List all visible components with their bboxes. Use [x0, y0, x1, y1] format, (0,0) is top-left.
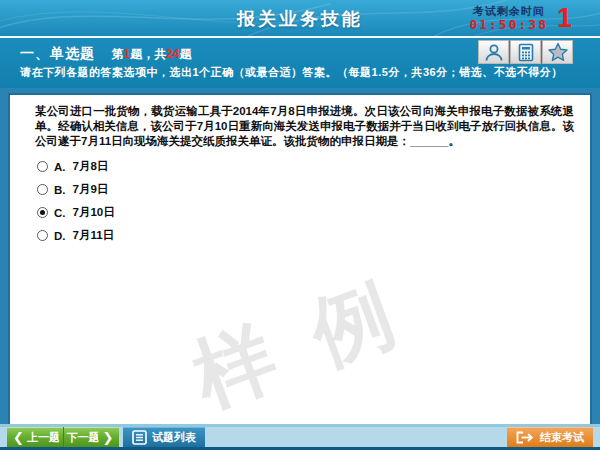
question-counter-badge: 1: [557, 3, 572, 33]
sample-watermark: 样例: [179, 246, 451, 424]
user-info-button[interactable]: [478, 40, 509, 64]
footer-main: ❮ 上一题 下一题 ❯ 试题列表 结束考试: [0, 427, 600, 447]
previous-question-button[interactable]: ❮ 上一题: [7, 427, 63, 447]
section-heading: 一、单选题 第1题，共24题: [20, 44, 192, 63]
chevron-right-icon: ❯: [103, 431, 114, 444]
question-nav-group: ❮ 上一题 下一题 ❯: [7, 427, 119, 447]
star-icon: [547, 42, 569, 62]
radio-icon[interactable]: [37, 207, 48, 218]
question-list-button[interactable]: 试题列表: [123, 427, 205, 447]
section-instructions: 请在下列各题的答案选项中，选出1个正确（或最合适）答案。（每题1.5分，共36分…: [20, 65, 563, 80]
total-question-number: 24: [166, 47, 179, 61]
question-text: 某公司进口一批货物，载货运输工具于2014年7月8日申报进境。次日该公司向海关申…: [35, 104, 574, 149]
footer-bar: ❮ 上一题 下一题 ❯ 试题列表 结束考试: [0, 424, 600, 450]
exam-timer: 考试剩余时间 01:50:38: [469, 4, 548, 32]
option-c[interactable]: C. 7月10日: [37, 201, 590, 224]
calculator-icon: [517, 43, 535, 62]
options-list: A. 7月8日 B. 7月9日 C. 7月10日 D. 7月11日: [37, 155, 590, 247]
option-b[interactable]: B. 7月9日: [37, 178, 590, 201]
end-exam-button[interactable]: 结束考试: [507, 427, 593, 447]
chevron-left-icon: ❮: [13, 431, 24, 444]
radio-icon[interactable]: [37, 230, 48, 241]
question-panel: 某公司进口一批货物，载货运输工具于2014年7月8日申报进境。次日该公司向海关申…: [8, 93, 592, 424]
question-progress: 第1题，共24题: [111, 47, 191, 61]
timer-value: 01:50:38: [469, 18, 548, 32]
radio-icon[interactable]: [37, 161, 48, 172]
timer-label: 考试剩余时间: [469, 4, 548, 18]
exit-icon: [516, 431, 534, 444]
next-question-button[interactable]: 下一题 ❯: [63, 427, 119, 447]
list-icon: [132, 430, 147, 445]
header-bar: 报关业务技能 考试剩余时间 01:50:38 1: [0, 0, 600, 36]
calculator-button[interactable]: [510, 40, 541, 64]
radio-icon[interactable]: [37, 184, 48, 195]
toolbar: [477, 40, 573, 64]
option-a[interactable]: A. 7月8日: [37, 155, 590, 178]
bookmark-button[interactable]: [542, 40, 573, 64]
main-area: 某公司进口一批货物，载货运输工具于2014年7月8日申报进境。次日该公司向海关申…: [0, 88, 600, 424]
section-bar: 一、单选题 第1题，共24题 请在下列各题的答案选项中，选出1个正确（或最合适）…: [0, 38, 600, 88]
user-icon: [484, 43, 504, 62]
option-d[interactable]: D. 7月11日: [37, 224, 590, 247]
section-title: 一、单选题: [20, 45, 95, 61]
